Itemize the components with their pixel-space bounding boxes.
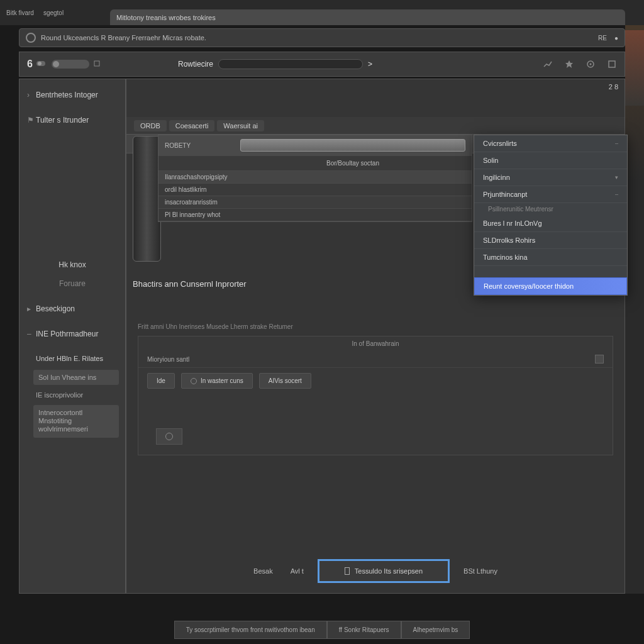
sidebar-item-1[interactable]: ›Bentrhetes Intoger <box>19 86 125 104</box>
browser-tab[interactable]: Mitlotony treanis wrobes trokires <box>110 9 625 25</box>
expand-icon[interactable] <box>595 355 604 364</box>
form-row-2b[interactable]: insacroatranrisstim <box>158 196 472 209</box>
context-menu: Cvicrsnlirts– Solin Ingilicinn▾ Prjunthi… <box>474 135 628 296</box>
header-badge: 6 <box>27 58 33 70</box>
lower-box-header: In of Banwahrain <box>138 336 613 351</box>
sidebar-item-3[interactable]: Hk knox <box>19 255 125 274</box>
bottom-item-3[interactable]: Alhepetrnvim bs <box>401 621 470 639</box>
arrow-icon: ▸ <box>27 304 32 313</box>
form-row-3[interactable]: Pl Bl innaentry whot <box>158 209 472 221</box>
menu-item-2[interactable]: Solin <box>474 152 627 169</box>
form-header-label: Bor/Boultay soctan <box>240 160 465 167</box>
section-title: Bhactirs ann Cunsernl Inprorter <box>133 279 247 289</box>
flag-icon: ⚑ <box>27 116 32 125</box>
device-image <box>133 136 161 262</box>
brand-input[interactable] <box>240 139 465 152</box>
tab-title: Mitlotony treanis wrobes trokires <box>116 14 216 21</box>
search-sep: > <box>368 60 372 69</box>
chevron-down-icon: ▾ <box>615 174 618 180</box>
menu-item-7[interactable]: Tumcinos kina <box>474 249 627 266</box>
bottom-item-2[interactable]: ff Sonkr Ritapuers <box>327 621 401 639</box>
brand-label: ROBETY <box>165 142 240 149</box>
browser-toolbar: Round Ukceaencls R Breany Frerraehr Micr… <box>19 28 625 47</box>
form-brand-row: ROBETY <box>158 135 472 156</box>
header-tool-icon-3[interactable] <box>586 59 596 69</box>
window-subtitle: sgegtol <box>43 9 64 16</box>
sidebar-item-5[interactable]: ▸Beseckigon <box>19 299 125 318</box>
back-icon[interactable] <box>26 33 36 43</box>
circle-icon <box>191 378 197 384</box>
lower-box-row-1[interactable]: Mioryioun santl <box>138 351 613 368</box>
submit-label-back[interactable]: Besak <box>250 567 277 575</box>
chevron-right-icon: – <box>615 191 618 197</box>
logo-end-icon <box>93 60 101 69</box>
sidebar: ›Bentrhetes Intoger ⚑Tulter s Itrunder H… <box>19 79 126 594</box>
sidebar-sub-2[interactable]: IE iscroprivolior <box>31 387 125 402</box>
menu-item-3[interactable]: Ingilicinn▾ <box>474 169 627 186</box>
svg-rect-2 <box>94 61 99 66</box>
section-desc: Fritt amni Uhn Inerinses Musede Lherm st… <box>138 323 293 330</box>
submit-button[interactable]: Tessuldo Its srisepsen <box>318 559 450 583</box>
lower-box: In of Banwahrain Mioryioun santl Ide In … <box>138 336 613 455</box>
search-input[interactable] <box>218 59 363 69</box>
toolbar-badge-re[interactable]: RE <box>598 35 607 42</box>
main-panel: 2 8 ORDB Coesacerti Waersuit ai ▤RIAMs ↓… <box>126 79 625 594</box>
form-header-row: Bor/Boultay soctan <box>158 156 472 171</box>
address-bar[interactable]: Round Ukceaencls R Breany Frerraehr Micr… <box>41 34 598 42</box>
menu-item-5[interactable]: Bures l nr InLOnVg <box>474 215 627 232</box>
bottom-bar: Ty soscrptimiler thvom front nwitivothom… <box>0 616 644 644</box>
sidebar-sub-3[interactable]: Intnerocortontl Mnstotiting wolvlrimnems… <box>33 405 119 438</box>
header-tool-icon-2[interactable] <box>564 59 574 69</box>
svg-point-1 <box>38 62 42 65</box>
logo-slider <box>52 60 89 69</box>
svg-rect-5 <box>609 61 615 67</box>
header-tool-icon-1[interactable] <box>543 59 553 69</box>
bottom-item-1[interactable]: Ty soscrptimiler thvom front nwitivothom… <box>174 621 327 639</box>
window-title: Bitk fivard <box>6 9 34 16</box>
menu-item-1[interactable]: Cvicrsnlirts– <box>474 135 627 152</box>
chip-2[interactable]: In wasterr cuns <box>181 373 253 389</box>
menu-item-8-highlighted[interactable]: Reunt coversya/Ioocer thidon <box>474 277 627 295</box>
menu-item-6[interactable]: SLDrrolks Rohirs <box>474 232 627 249</box>
form-row-2[interactable]: ordil hlastlikrirn <box>158 184 472 196</box>
sidebar-sub-1[interactable]: Sol Iun Vheane ins <box>33 370 119 385</box>
desktop-right-edge <box>625 5 644 594</box>
document-icon <box>345 567 350 575</box>
menu-item-4-sub: Psillnerunitic Meutrensr <box>474 203 627 215</box>
submit-label-alt[interactable]: Avl t <box>287 567 308 575</box>
chip-row: Ide In wasterr cuns AIVis socert <box>138 368 613 394</box>
dash-icon: – <box>27 330 32 338</box>
chevron-right-icon: – <box>615 140 618 147</box>
submit-row: Besak Avl t Tessuldo Its srisepsen BSt L… <box>126 555 625 587</box>
chip-3[interactable]: AIVis socert <box>259 373 311 389</box>
single-chip[interactable] <box>156 428 182 445</box>
submit-label-right[interactable]: BSt Lthuny <box>460 567 501 575</box>
sidebar-item-7[interactable]: Under HBln E. Rilates <box>19 350 125 367</box>
caret-icon: › <box>27 91 32 99</box>
form-box: ROBETY Bor/Boultay soctan Ilanraschashor… <box>158 135 472 222</box>
menu-item-4[interactable]: Prjunthincanpt– <box>474 186 627 203</box>
search-label: Rowtiecire <box>178 60 213 69</box>
logo-icon <box>36 59 48 70</box>
chip-1[interactable]: Ide <box>147 373 175 389</box>
svg-point-4 <box>590 64 592 65</box>
app-header: 6 Rowtiecire > <box>19 52 625 77</box>
form-row-1[interactable]: Ilanraschashorpigsipty <box>158 171 472 184</box>
circle-icon <box>165 433 173 440</box>
header-tool-icon-4[interactable] <box>607 59 617 69</box>
content-area: ROBETY Bor/Boultay soctan Ilanraschashor… <box>126 116 625 593</box>
sidebar-item-4[interactable]: Foruare <box>19 274 125 293</box>
count-badge: 2 8 <box>609 83 618 91</box>
sidebar-item-2[interactable]: ⚑Tulter s Itrunder <box>19 111 125 130</box>
sidebar-item-6[interactable]: –INE Pothrmadheur <box>19 325 125 343</box>
toolbar-badge-dot[interactable]: ● <box>614 35 618 42</box>
